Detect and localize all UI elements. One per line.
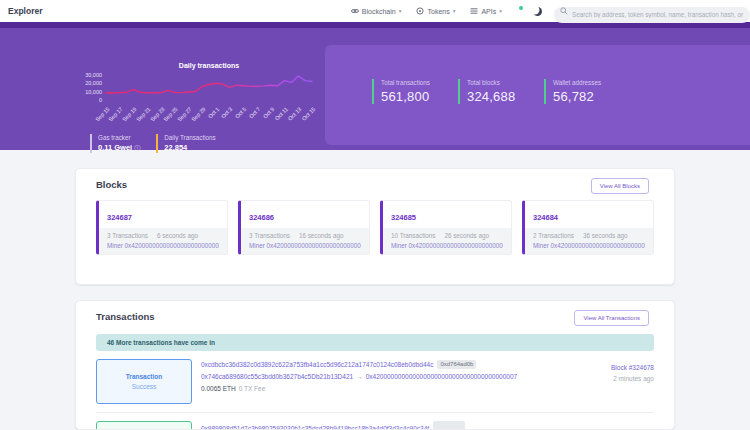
- x-axis-tick-label: Oct 7: [248, 106, 262, 120]
- panel-title: Transactions: [96, 311, 654, 322]
- stat-value: 22,854: [164, 143, 215, 152]
- x-axis-tick-label: Oct 1: [207, 106, 221, 120]
- block-number-link[interactable]: 324686: [249, 213, 274, 222]
- hero-section: Daily transactions 30,000 20,000 10,000 …: [0, 22, 750, 150]
- transactions-panel: Transactions View All Transactions 46 Mo…: [75, 300, 675, 430]
- x-axis-tick-label: Oct 5: [234, 106, 248, 120]
- stat-label: Daily Transactions: [164, 134, 215, 141]
- block-tx-count: 2 Transactions: [533, 232, 574, 239]
- miner-label: Miner: [249, 242, 265, 249]
- x-axis-tick-label: Sep 19: [121, 106, 138, 123]
- block-card-row: 324687 3 Transactions6 seconds ago Miner…: [96, 200, 654, 255]
- network-status-dot: [519, 6, 523, 10]
- block-number-link[interactable]: 324687: [107, 213, 132, 222]
- block-tx-count: 10 Transactions: [391, 232, 435, 239]
- view-all-blocks-button[interactable]: View All Blocks: [591, 178, 649, 194]
- network-stats-row: Total transactions 561,800 Total blocks …: [372, 79, 630, 104]
- transaction-type-label: Transaction: [126, 373, 162, 380]
- x-axis-tick-label: Sep 21: [135, 106, 152, 123]
- block-number-link[interactable]: 324684: [533, 213, 558, 222]
- transaction-row: Transaction Success 0xcdbcbc36d382c0d389…: [96, 359, 654, 404]
- token-coin-icon: [416, 7, 424, 15]
- stat-label: Gas tracker: [98, 134, 140, 141]
- hero-top-band: [0, 22, 750, 28]
- chart-x-axis: Sep 15Sep 17Sep 19Sep 21Sep 23Sep 25Sep …: [105, 106, 313, 130]
- chevron-down-icon: ▾: [499, 8, 502, 14]
- nav-label: Tokens: [427, 8, 449, 15]
- block-age: 26 seconds ago: [444, 232, 488, 239]
- transaction-row: 0x989808d51d7c3b9802593030b1c35dcd28b941…: [96, 421, 654, 430]
- block-age: 36 seconds ago: [583, 232, 627, 239]
- nav-blockchain[interactable]: Blockchain ▾: [351, 7, 402, 15]
- list-icon: [470, 7, 478, 15]
- chart-title: Daily transactions: [105, 62, 313, 69]
- network-stats-card: Total transactions 561,800 Total blocks …: [325, 45, 750, 145]
- view-all-transactions-button[interactable]: View All Transactions: [574, 310, 649, 326]
- chain-link-icon: [351, 7, 359, 15]
- block-card[interactable]: 324684 2 Transactions36 seconds ago Mine…: [522, 200, 654, 255]
- blockchain-explorer-page: Explorer Blockchain ▾ Tokens ▾ AP: [0, 0, 750, 430]
- daily-transactions-line-chart: [105, 74, 313, 102]
- block-tx-count: 3 Transactions: [249, 232, 290, 239]
- stat-value: 561,800: [381, 89, 458, 104]
- miner-address-link[interactable]: 0x42000000000000000000000000000...: [409, 242, 504, 249]
- miner-address-link[interactable]: 0x42000000000000000000000000000...: [551, 242, 646, 249]
- brand-title[interactable]: Explorer: [8, 6, 43, 16]
- stat-wallet-addresses: Wallet addresses 56,782: [544, 79, 630, 104]
- nav-label: Blockchain: [362, 8, 396, 15]
- method-badge: 0xd764ad0b: [437, 360, 476, 369]
- transaction-hash-link[interactable]: 0xcdbcbc36d382c0d3892c622a753fb4a1cc5d96…: [201, 361, 433, 368]
- x-axis-tick-label: Oct 13: [287, 106, 303, 122]
- block-number-link[interactable]: 324685: [391, 213, 416, 222]
- miner-address-link[interactable]: 0x42000000000000000000000000000...: [125, 242, 220, 249]
- info-icon[interactable]: ⓘ: [134, 145, 140, 151]
- top-header: Explorer Blockchain ▾ Tokens ▾ AP: [0, 0, 750, 22]
- from-address-link[interactable]: 0x746ca689680c55c3bdd0b3627b4c5Db21b13D4…: [201, 373, 353, 380]
- row-divider: [96, 412, 654, 413]
- x-axis-tick-label: Sep 27: [176, 106, 193, 123]
- nav-apis[interactable]: APIs ▾: [470, 7, 502, 15]
- miner-label: Miner: [391, 242, 407, 249]
- nav-tokens[interactable]: Tokens ▾: [416, 7, 455, 15]
- block-card[interactable]: 324687 3 Transactions6 seconds ago Miner…: [96, 200, 228, 255]
- y-axis-tick-label: 30,000: [85, 72, 102, 78]
- panel-title: Blocks: [96, 179, 654, 190]
- stat-label: Total transactions: [381, 79, 458, 86]
- x-axis-tick-label: Sep 29: [190, 106, 207, 123]
- transaction-hash-link[interactable]: 0x989808d51d7c3b9802593030b1c35dcd28b941…: [201, 425, 429, 430]
- transaction-age: 2 minutes ago: [611, 375, 654, 382]
- chart-line-series: [106, 76, 312, 93]
- to-address-link[interactable]: 0x42000000000000000000000000000000000000…: [366, 373, 517, 380]
- block-card[interactable]: 324686 3 Transactions16 seconds ago Mine…: [238, 200, 370, 255]
- transaction-value: 0.0065 ETH: [201, 385, 236, 392]
- header-search: [554, 3, 750, 19]
- x-axis-tick-label: Oct 15: [301, 106, 317, 122]
- search-input[interactable]: [554, 7, 750, 23]
- miner-address-link[interactable]: 0x42000000000000000000000000000...: [267, 242, 362, 249]
- moon-icon[interactable]: [533, 7, 542, 16]
- transaction-meta: Block #324678 2 minutes ago: [611, 359, 654, 382]
- block-link[interactable]: Block #324678: [611, 364, 654, 371]
- nav-label: APIs: [481, 8, 496, 15]
- stat-label: Wallet addresses: [553, 79, 630, 86]
- stat-label: Total blocks: [467, 79, 544, 86]
- block-card[interactable]: 324685 10 Transactions26 seconds ago Min…: [380, 200, 512, 255]
- x-axis-tick-label: Sep 15: [94, 106, 111, 123]
- daily-transactions-stat: Daily Transactions 22,854: [156, 134, 215, 153]
- block-age: 6 seconds ago: [157, 232, 198, 239]
- transaction-details: 0xcdbcbc36d382c0d3892c622a753fb4a1cc5d96…: [201, 359, 517, 395]
- new-transactions-alert[interactable]: 46 More transactions have come in: [96, 334, 654, 351]
- y-axis-tick-label: 0: [99, 97, 102, 103]
- transaction-details: 0x989808d51d7c3b9802593030b1c35dcd28b941…: [201, 421, 465, 430]
- chevron-down-icon: ▾: [399, 8, 402, 14]
- stat-value: 0.11 Gwei ⓘ: [98, 143, 140, 153]
- transaction-status-badge: [96, 421, 192, 430]
- stat-total-blocks: Total blocks 324,688: [458, 79, 544, 104]
- arrow-right-icon: →: [356, 373, 363, 380]
- y-axis-tick-label: 10,000: [85, 89, 102, 95]
- gas-tracker-stat: Gas tracker 0.11 Gwei ⓘ: [90, 134, 140, 153]
- hero-mini-stats: Gas tracker 0.11 Gwei ⓘ Daily Transactio…: [90, 134, 216, 153]
- chevron-down-icon: ▾: [453, 8, 456, 14]
- header-right: Blockchain ▾ Tokens ▾ APIs ▾: [351, 3, 750, 19]
- blocks-panel: Blocks View All Blocks 324687 3 Transact…: [75, 168, 675, 285]
